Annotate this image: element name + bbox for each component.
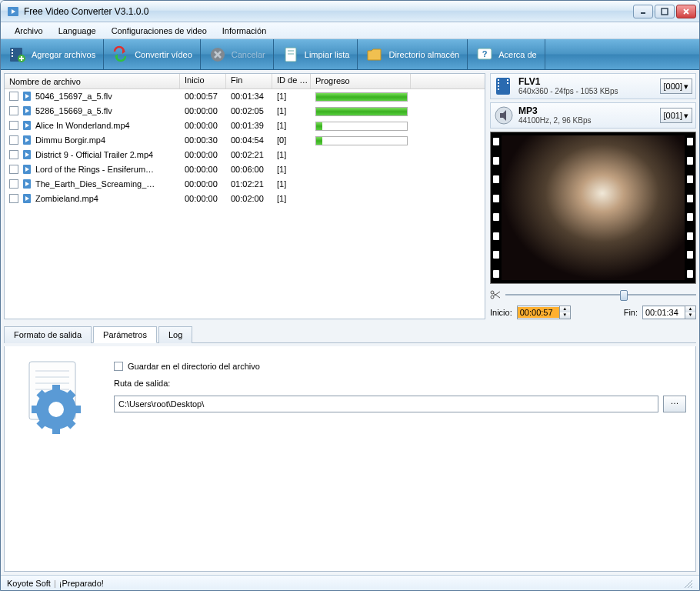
file-name: Zombieland.mp4	[35, 194, 98, 203]
output-path-input[interactable]	[114, 396, 658, 412]
file-start: 00:00:00	[180, 193, 226, 204]
file-start: 00:00:00	[180, 164, 226, 175]
trim-slider	[490, 287, 696, 302]
svg-point-58	[48, 402, 64, 417]
svg-rect-18	[285, 48, 296, 62]
video-file-icon	[22, 120, 32, 131]
save-in-dir-row: Guardar en el directorio del archivo	[114, 362, 686, 371]
file-end: 00:01:34	[226, 91, 272, 102]
save-in-dir-checkbox[interactable]	[114, 362, 123, 371]
table-row[interactable]: District 9 - Official Trailer 2.mp4 00:0…	[5, 148, 485, 162]
svg-rect-8	[12, 52, 13, 54]
spinner-down[interactable]: ▼	[559, 312, 570, 319]
trim-track[interactable]	[505, 289, 696, 301]
tab-content: Guardar en el directorio del archivo Rut…	[4, 346, 696, 572]
svg-text:?: ?	[482, 49, 488, 58]
file-end: 00:06:00	[226, 164, 272, 175]
file-start: 00:00:00	[180, 149, 226, 160]
svg-rect-3	[662, 8, 668, 15]
help-icon: ?	[475, 45, 494, 64]
browse-button[interactable]: …	[663, 396, 686, 412]
toolbar-label: Agregar archivos	[32, 50, 95, 59]
row-checkbox[interactable]	[9, 165, 18, 174]
table-row[interactable]: 5046_15697_a_5.flv 00:00:57 00:01:34 [1]	[5, 89, 485, 104]
video-codec: FLV1	[518, 76, 655, 87]
file-start: 00:00:00	[180, 105, 226, 116]
video-format-row: FLV1 640x360 - 24fps - 1053 KBps [000]▾	[490, 73, 696, 99]
row-checkbox[interactable]	[9, 135, 18, 145]
spinner-down[interactable]: ▼	[685, 312, 695, 319]
toolbar-label: Convertir vídeo	[135, 50, 192, 59]
tab-parameters[interactable]: Parámetros	[93, 326, 157, 343]
file-id: [1]	[272, 149, 311, 160]
convert-button[interactable]: Convertir vídeo	[104, 39, 201, 69]
menu-info[interactable]: Información	[215, 26, 274, 35]
column-name[interactable]: Nombre de archivo	[5, 74, 180, 88]
file-id: [1]	[272, 120, 311, 131]
convert-icon	[112, 45, 130, 64]
svg-line-64	[68, 392, 73, 397]
folder-icon	[365, 45, 384, 64]
trim-thumb[interactable]	[620, 290, 628, 301]
video-preset-button[interactable]: [000]▾	[660, 78, 692, 94]
file-list: Nombre de archivo Inicio Fin ID de … Pro…	[4, 73, 485, 319]
menu-videoconfig[interactable]: Configuraciones de video	[104, 26, 215, 35]
video-file-icon	[22, 164, 32, 175]
table-row[interactable]: Lord of the Rings - Ensiferum… 00:00:00 …	[5, 162, 485, 177]
file-end: 00:01:39	[226, 120, 272, 131]
end-time-input[interactable]: ▲▼	[642, 306, 696, 319]
table-row[interactable]: Alice In Wonderland.mp4 00:00:00 00:01:3…	[5, 119, 485, 133]
column-start[interactable]: Inicio	[180, 74, 226, 88]
spinner-up[interactable]: ▲	[685, 306, 695, 312]
toolbar-label: Limpiar lista	[305, 50, 350, 59]
file-progress	[311, 90, 411, 102]
table-row[interactable]: Zombieland.mp4 00:00:00 00:02:00 [1]	[5, 192, 485, 206]
minimize-button[interactable]	[633, 5, 653, 18]
video-preview[interactable]	[490, 132, 696, 284]
menu-file[interactable]: Archivo	[7, 26, 51, 35]
column-id[interactable]: ID de …	[272, 74, 311, 88]
svg-rect-44	[507, 79, 508, 81]
resize-grip-icon[interactable]	[682, 578, 693, 589]
trim-times: Inicio: ▲▼ Fin: ▲▼	[490, 306, 696, 319]
start-time-input[interactable]: ▲▼	[517, 306, 571, 319]
close-button[interactable]	[676, 5, 696, 18]
menu-language[interactable]: Language	[51, 26, 104, 35]
output-path-label: Ruta de salida:	[114, 379, 686, 388]
storage-dir-button[interactable]: Directorio almacén	[358, 39, 468, 69]
table-row[interactable]: Dimmu Borgir.mp4 00:00:30 00:04:54 [0]	[5, 133, 485, 148]
tab-log[interactable]: Log	[158, 326, 192, 343]
video-file-icon	[22, 105, 32, 116]
file-name: 5286_15669_a_5.flv	[35, 106, 112, 115]
svg-rect-42	[498, 85, 499, 87]
app-window: Free Video Converter V3.1.0.0 Archivo La…	[0, 0, 700, 591]
maximize-button[interactable]	[655, 5, 675, 18]
audio-format-row: MP3 44100Hz, 2, 96 KBps [001]▾	[490, 102, 696, 129]
row-checkbox[interactable]	[9, 106, 18, 115]
column-end[interactable]: Fin	[226, 74, 272, 88]
settings-gear-icon	[14, 356, 98, 440]
table-row[interactable]: 5286_15669_a_5.flv 00:00:00 00:02:05 [1]	[5, 104, 485, 119]
clear-list-button[interactable]: Limpiar lista	[274, 39, 358, 69]
file-name: 5046_15697_a_5.flv	[35, 92, 112, 101]
file-name: Alice In Wonderland.mp4	[35, 121, 130, 130]
row-checkbox[interactable]	[9, 92, 18, 101]
file-id: [1]	[272, 164, 311, 175]
audio-detail: 44100Hz, 2, 96 KBps	[518, 116, 655, 125]
table-row[interactable]: The_Earth_Dies_Screaming_… 00:00:00 01:0…	[5, 177, 485, 192]
add-files-button[interactable]: Agregar archivos	[1, 39, 104, 69]
row-checkbox[interactable]	[9, 179, 18, 189]
end-label: Fin:	[624, 308, 638, 317]
right-pane: FLV1 640x360 - 24fps - 1053 KBps [000]▾ …	[490, 73, 696, 319]
row-checkbox[interactable]	[9, 150, 18, 159]
row-checkbox[interactable]	[9, 194, 18, 203]
tab-output-format[interactable]: Formato de salida	[4, 326, 92, 343]
file-list-body[interactable]: 5046_15697_a_5.flv 00:00:57 00:01:34 [1]…	[5, 89, 485, 319]
about-button[interactable]: ? Acerca de	[468, 39, 545, 69]
spinner-up[interactable]: ▲	[559, 306, 570, 312]
audio-preset-button[interactable]: [001]▾	[660, 108, 692, 123]
row-checkbox[interactable]	[9, 121, 18, 130]
column-progress[interactable]: Progreso	[311, 74, 411, 88]
file-start: 00:00:00	[180, 120, 226, 131]
file-id: [1]	[272, 105, 311, 116]
